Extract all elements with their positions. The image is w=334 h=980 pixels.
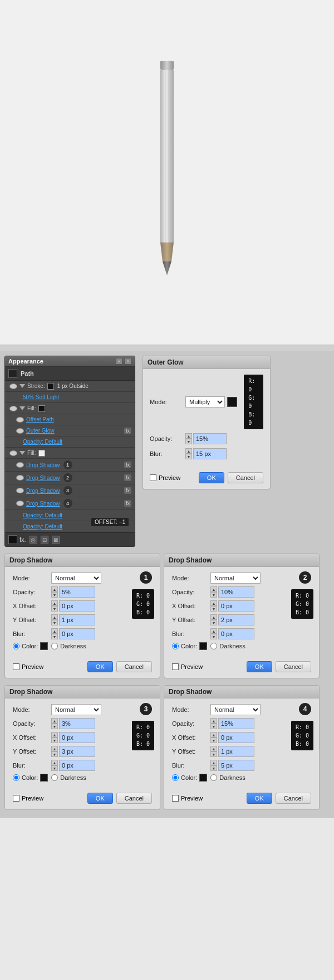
og-preview-checkbox[interactable] bbox=[150, 474, 156, 481]
ds1-opacity-up[interactable]: ▲ bbox=[51, 586, 58, 592]
ds4-opacity-up[interactable]: ▲ bbox=[210, 718, 217, 724]
ds1-blur-down[interactable]: ▼ bbox=[51, 634, 58, 639]
footer-fx-btn[interactable]: fx. bbox=[19, 536, 26, 543]
ds3-x-stepper[interactable]: ▲ ▼ bbox=[51, 732, 58, 743]
ds4-opacity-stepper[interactable]: ▲ ▼ bbox=[210, 718, 217, 729]
ds3-blur-input[interactable] bbox=[59, 760, 95, 771]
ds3-y-input[interactable] bbox=[59, 746, 95, 757]
fill1-expand-icon[interactable] bbox=[19, 406, 25, 410]
ds4-y-stepper[interactable]: ▲ ▼ bbox=[210, 746, 217, 757]
ds3-color-swatch[interactable] bbox=[40, 774, 48, 782]
ds4-darkness-radio[interactable] bbox=[210, 774, 217, 781]
ds1-y-down[interactable]: ▼ bbox=[51, 620, 58, 625]
ds2-y-stepper[interactable]: ▲ ▼ bbox=[210, 614, 217, 625]
footer-delete-icon[interactable]: ⊠ bbox=[52, 536, 60, 544]
ds3-ok-button[interactable]: OK bbox=[87, 793, 113, 804]
ds1-opacity-down[interactable]: ▼ bbox=[51, 592, 58, 598]
og-opacity-input[interactable] bbox=[193, 433, 227, 444]
ds1-y-stepper[interactable]: ▲ ▼ bbox=[51, 614, 58, 625]
ds4-label[interactable]: Drop Shadow bbox=[26, 501, 60, 507]
opacity-default2-label[interactable]: Opacity: Default bbox=[23, 512, 62, 518]
footer-color-swatch[interactable] bbox=[8, 535, 17, 544]
ds1-blur-up[interactable]: ▲ bbox=[51, 628, 58, 634]
og-opacity-stepper[interactable]: ▲ ▼ bbox=[185, 433, 192, 444]
fill2-expand-icon[interactable] bbox=[19, 451, 25, 455]
ds2-darkness-radio[interactable] bbox=[210, 643, 217, 649]
panel-collapse-btn[interactable]: « bbox=[116, 358, 122, 365]
ds1-x-up[interactable]: ▲ bbox=[51, 600, 58, 606]
ds1-darkness-radio[interactable] bbox=[51, 643, 58, 649]
ds3-opacity-input[interactable] bbox=[59, 718, 95, 729]
ds1-visibility-icon[interactable] bbox=[16, 462, 24, 468]
ds3-preview-checkbox[interactable] bbox=[13, 795, 19, 802]
ds2-opacity-stepper[interactable]: ▲ ▼ bbox=[210, 586, 217, 598]
ds2-x-down[interactable]: ▼ bbox=[210, 606, 217, 612]
ds1-color-swatch[interactable] bbox=[40, 642, 48, 650]
ds3-label[interactable]: Drop Shadow bbox=[26, 488, 60, 494]
ds1-color-radio[interactable] bbox=[13, 643, 19, 649]
ds2-ok-button[interactable]: OK bbox=[247, 661, 272, 672]
ds3-blur-stepper[interactable]: ▲ ▼ bbox=[51, 760, 58, 771]
panel-close-btn[interactable]: × bbox=[125, 358, 131, 365]
ds3-y-down[interactable]: ▼ bbox=[51, 751, 58, 757]
ds1-label[interactable]: Drop Shadow bbox=[26, 462, 60, 468]
opacity-default3-label[interactable]: Opacity: Default bbox=[23, 523, 62, 530]
ds1-x-down[interactable]: ▼ bbox=[51, 606, 58, 612]
og-mode-select[interactable]: Multiply bbox=[185, 396, 225, 407]
ds2-visibility-icon[interactable] bbox=[16, 475, 24, 481]
ds4-y-down[interactable]: ▼ bbox=[210, 751, 217, 757]
ds3-opacity-stepper[interactable]: ▲ ▼ bbox=[51, 718, 58, 729]
fill2-color-swatch[interactable] bbox=[38, 450, 45, 457]
ds2-opacity-down[interactable]: ▼ bbox=[210, 592, 217, 598]
fill2-visibility-icon[interactable] bbox=[9, 450, 17, 456]
ds2-cancel-button[interactable]: Cancel bbox=[276, 661, 311, 672]
og-opacity-up[interactable]: ▲ bbox=[185, 433, 192, 439]
ds2-opacity-up[interactable]: ▲ bbox=[210, 586, 217, 592]
footer-copy-icon[interactable]: ⊡ bbox=[41, 536, 48, 544]
ds1-mode-select[interactable]: Normal bbox=[51, 573, 101, 584]
ds2-blur-stepper[interactable]: ▲ ▼ bbox=[210, 628, 217, 639]
ds4-ok-button[interactable]: OK bbox=[247, 793, 272, 804]
ds4-blur-stepper[interactable]: ▲ ▼ bbox=[210, 760, 217, 771]
outer-glow-label[interactable]: Outer Glow bbox=[26, 428, 55, 434]
ds2-color-radio[interactable] bbox=[172, 643, 179, 649]
ds2-blur-input[interactable] bbox=[218, 628, 254, 639]
ds2-x-stepper[interactable]: ▲ ▼ bbox=[210, 600, 217, 612]
og-blur-input[interactable] bbox=[193, 448, 227, 459]
opacity-softlight-label[interactable]: 50% Soft Light bbox=[23, 394, 59, 400]
ds2-label[interactable]: Drop Shadow bbox=[26, 475, 60, 481]
ds1-preview-checkbox[interactable] bbox=[13, 663, 19, 670]
ds4-cancel-button[interactable]: Cancel bbox=[276, 793, 311, 804]
outer-glow-visibility-icon[interactable] bbox=[16, 428, 24, 434]
ds3-opacity-up[interactable]: ▲ bbox=[51, 718, 58, 724]
ds4-blur-input[interactable] bbox=[218, 760, 254, 771]
ds2-y-input[interactable] bbox=[218, 614, 254, 625]
offset-visibility-icon[interactable] bbox=[16, 417, 24, 423]
ds3-darkness-radio[interactable] bbox=[51, 774, 58, 781]
ds4-x-up[interactable]: ▲ bbox=[210, 732, 217, 738]
ds4-blur-up[interactable]: ▲ bbox=[210, 760, 217, 765]
ds2-preview-checkbox[interactable] bbox=[172, 663, 179, 670]
fill1-visibility-icon[interactable] bbox=[9, 406, 17, 411]
stroke-color-swatch[interactable] bbox=[47, 383, 54, 390]
ds3-y-up[interactable]: ▲ bbox=[51, 746, 58, 751]
fill1-color-swatch[interactable] bbox=[38, 405, 45, 412]
ds4-visibility-icon[interactable] bbox=[16, 501, 24, 506]
og-blur-up[interactable]: ▲ bbox=[185, 448, 192, 454]
ds3-opacity-down[interactable]: ▼ bbox=[51, 724, 58, 729]
ds1-ok-button[interactable]: OK bbox=[87, 661, 113, 672]
ds4-blur-down[interactable]: ▼ bbox=[210, 765, 217, 771]
footer-add-icon[interactable]: ◎ bbox=[30, 536, 37, 544]
ds3-visibility-icon[interactable] bbox=[16, 488, 24, 493]
ds4-y-up[interactable]: ▲ bbox=[210, 746, 217, 751]
ds1-y-input[interactable] bbox=[59, 614, 95, 625]
stroke-expand-icon[interactable] bbox=[19, 384, 25, 388]
ds3-blur-down[interactable]: ▼ bbox=[51, 765, 58, 771]
ds1-x-stepper[interactable]: ▲ ▼ bbox=[51, 600, 58, 612]
ds2-opacity-input[interactable] bbox=[218, 586, 254, 598]
ds4-color-swatch[interactable] bbox=[199, 774, 207, 782]
ds3-x-down[interactable]: ▼ bbox=[51, 738, 58, 743]
ds2-mode-select[interactable]: Normal bbox=[210, 573, 261, 584]
ds1-x-input[interactable] bbox=[59, 600, 95, 612]
ds3-cancel-button[interactable]: Cancel bbox=[116, 793, 152, 804]
